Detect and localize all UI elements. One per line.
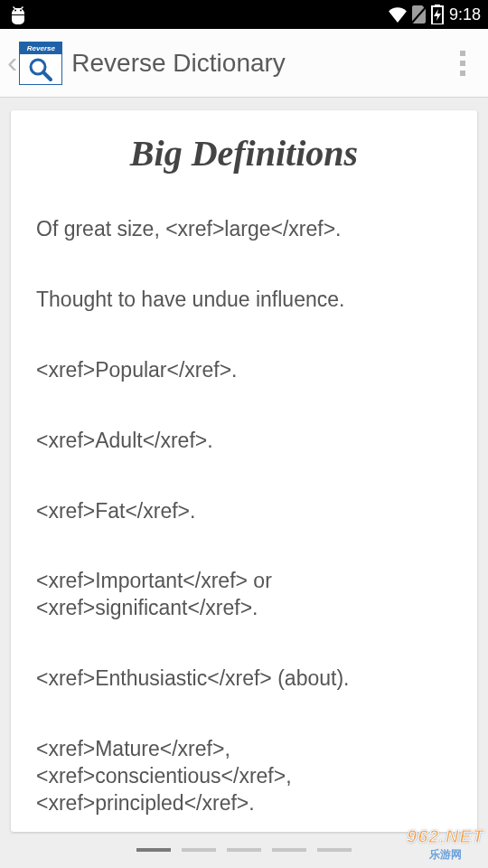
page-dot[interactable] xyxy=(272,848,306,852)
app-icon[interactable]: Reverse Dict. xyxy=(19,42,62,85)
battery-charging-icon xyxy=(431,5,444,24)
definition-item: <xref>Adult</xref>. xyxy=(36,428,452,455)
definition-item: Of great size, <xref>large</xref>. xyxy=(36,216,452,243)
page-dot[interactable] xyxy=(136,848,171,852)
no-sim-icon xyxy=(411,5,427,24)
definition-item: Thought to have undue influence. xyxy=(36,287,452,314)
app-bar: ‹ Reverse Dict. Reverse Dictionary xyxy=(0,29,488,98)
definition-item: <xref>Important</xref> or <xref>signific… xyxy=(36,568,452,622)
svg-rect-2 xyxy=(435,5,440,7)
page-dot[interactable] xyxy=(317,848,352,852)
definition-item: <xref>Enthusiastic</xref> (about). xyxy=(36,665,452,693)
adb-icon xyxy=(7,4,29,25)
magnifier-icon xyxy=(27,56,54,83)
definition-item: <xref>Fat</xref>. xyxy=(36,498,452,525)
app-title: Reverse Dictionary xyxy=(71,49,445,78)
definition-item: <xref>Popular</xref>. xyxy=(36,357,452,384)
status-time: 9:18 xyxy=(449,5,481,24)
status-bar: 9:18 xyxy=(0,0,488,29)
definition-list: Of great size, <xref>large</xref>.Though… xyxy=(36,216,452,817)
card-title: Big Definitions xyxy=(36,132,452,175)
page-dot[interactable] xyxy=(182,848,216,852)
overflow-menu-button[interactable] xyxy=(445,51,481,76)
definition-card[interactable]: Big Definitions Of great size, <xref>lar… xyxy=(11,110,477,832)
svg-line-4 xyxy=(43,72,51,80)
wifi-icon xyxy=(388,6,408,23)
page-indicator xyxy=(11,832,477,868)
back-button[interactable]: ‹ xyxy=(7,46,19,80)
definition-item: <xref>Mature</xref>, <xref>conscientious… xyxy=(36,736,452,817)
content-stage: Big Definitions Of great size, <xref>lar… xyxy=(0,98,488,868)
page-dot[interactable] xyxy=(227,848,261,852)
app-icon-banner: Reverse Dict. xyxy=(20,42,61,54)
